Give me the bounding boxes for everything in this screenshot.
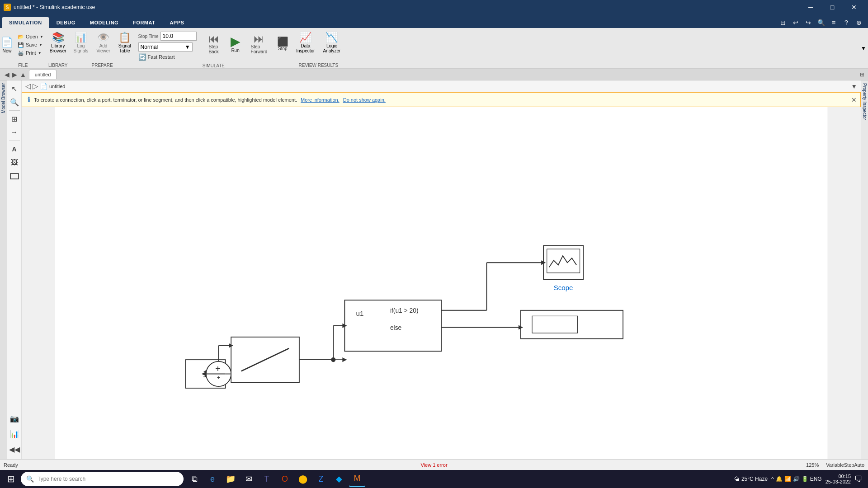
task-view-button[interactable]: ⧉	[186, 471, 203, 487]
mail-icon[interactable]: ✉	[241, 471, 257, 487]
logic-analyzer-label: LogicAnalyzer	[323, 43, 340, 53]
tab-debug[interactable]: DEBUG	[49, 17, 83, 28]
review-section-label: REVIEW RESULTS	[292, 61, 344, 69]
diagram-svg: 1 + + u1 if(u1 > 2	[22, 107, 861, 459]
search-input[interactable]	[38, 476, 178, 482]
tab-nav-forward[interactable]: ▶	[11, 71, 18, 78]
ribbon-icon-7[interactable]: ⊕	[854, 17, 864, 28]
maximize-button[interactable]: □	[822, 0, 843, 14]
canvas-expand-icon[interactable]: ⊞	[860, 71, 864, 78]
app-icon: S	[4, 4, 11, 11]
add-viewer-button[interactable]: 👁️ AddViewer	[93, 30, 113, 55]
bottom-tool-2[interactable]: 📊	[8, 427, 21, 440]
logic-analyzer-button[interactable]: 📉 LogicAnalyzer	[319, 30, 344, 55]
svg-text:+: +	[217, 375, 220, 381]
simulation-mode-select[interactable]: Normal▼	[138, 42, 193, 52]
signal-table-button[interactable]: 📋 SignalTable	[115, 30, 135, 55]
select-tool[interactable]: ↖	[8, 82, 21, 95]
tab-nav-up[interactable]: ▲	[19, 71, 27, 78]
start-button[interactable]: ⊞	[2, 470, 20, 488]
chrome-icon[interactable]: ⬤	[295, 471, 311, 487]
bottom-tool-1[interactable]: 📷	[8, 412, 21, 425]
status-error[interactable]: View 1 error	[291, 462, 578, 468]
model-browser-panel: Model Browser	[0, 80, 7, 459]
minimize-button[interactable]: ─	[800, 0, 821, 14]
tab-nav-back[interactable]: ◀	[4, 71, 10, 78]
stop-time-label: Stop Time	[138, 34, 159, 39]
info-link-more[interactable]: More information.	[301, 97, 340, 103]
tab-modeling[interactable]: MODELING	[83, 17, 126, 28]
print-button[interactable]: 🖨️Print▼	[15, 49, 46, 57]
zoom-in-tool[interactable]: 🔍	[8, 96, 21, 108]
rect-tool[interactable]	[10, 173, 19, 179]
matlab-icon[interactable]: M	[349, 471, 365, 487]
tab-simulation[interactable]: SIMULATION	[2, 17, 49, 28]
ribbon-toolbar: 📄 New 📂Open▼ 💾Save▼ 🖨️Print▼ FILE 📚	[0, 28, 868, 69]
image-tool[interactable]: 🖼	[8, 156, 21, 169]
log-signals-button[interactable]: 📊 LogSignals	[70, 30, 92, 55]
stop-time-input[interactable]	[160, 32, 197, 41]
model-browser-tab[interactable]: Model Browser	[0, 80, 6, 116]
property-inspector-tab[interactable]: Property Inspector	[862, 80, 868, 123]
svg-text:else: else	[390, 324, 402, 331]
ribbon-icon-3[interactable]: ↪	[803, 17, 814, 28]
text-tool[interactable]: A	[8, 143, 21, 155]
office-icon[interactable]: O	[277, 471, 293, 487]
run-button[interactable]: ▶ Run	[226, 33, 245, 55]
save-button[interactable]: 💾Save▼	[15, 41, 46, 49]
close-button[interactable]: ✕	[844, 0, 864, 14]
simulate-buttons: ⏮ StepBack ▶ Run ⏭ StepForward ⬛ Stop	[204, 30, 293, 56]
svg-text:+: +	[215, 364, 221, 374]
ribbon-right-controls: ⊟ ↩ ↪ 🔍 ≡ ? ⊕	[778, 17, 868, 28]
ribbon-library-section: 📚 LibraryBrowser LIBRARY	[46, 28, 70, 69]
breadcrumb-back[interactable]: ◁	[25, 82, 31, 90]
breadcrumb-icon: 📄	[40, 83, 47, 90]
mode-row: Normal▼	[138, 42, 197, 52]
ribbon-review-section: 📈 DataInspector 📉 LogicAnalyzer REVIEW R…	[292, 28, 344, 69]
notification-button[interactable]: 🗨	[854, 474, 863, 484]
add-viewer-label: AddViewer	[96, 43, 110, 53]
doc-area: Model Browser ↖ 🔍 ⊞ → A 🖼 📷 📊 ◀◀ ◁ ▷ 📄 u…	[0, 80, 868, 459]
breadcrumb-expand[interactable]: ▼	[851, 83, 857, 90]
info-link-dismiss[interactable]: Do not show again.	[343, 97, 386, 103]
edge-icon[interactable]: e	[204, 471, 221, 487]
ribbon-icon-6[interactable]: ?	[841, 17, 852, 28]
collapse-tool[interactable]: ◀◀	[8, 443, 21, 455]
info-close-button[interactable]: ✕	[851, 96, 857, 103]
canvas[interactable]: 1 + + u1 if(u1 > 2	[22, 107, 861, 459]
data-inspector-button[interactable]: 📈 DataInspector	[292, 30, 318, 55]
ribbon-icon-2[interactable]: ↩	[790, 17, 801, 28]
teams-icon[interactable]: T	[259, 471, 275, 487]
doc-tab-untitled[interactable]: untitled	[29, 70, 57, 79]
zoom-app-icon[interactable]: Z	[313, 471, 329, 487]
window-controls: ─ □ ✕	[800, 0, 864, 14]
tab-apps[interactable]: APPS	[162, 17, 191, 28]
ribbon-icon-4[interactable]: 🔍	[816, 17, 826, 28]
stop-time-group: Stop Time Normal▼ 🔄 Fast Restart	[135, 30, 200, 62]
breadcrumb-forward[interactable]: ▷	[33, 82, 38, 90]
library-browser-button[interactable]: 📚 LibraryBrowser	[46, 30, 70, 55]
canvas-wrapper: ◁ ▷ 📄 untitled ▼ ℹ To create a connectio…	[22, 80, 861, 459]
svg-text:if(u1 > 20): if(u1 > 20)	[390, 307, 419, 314]
ribbon-icon-5[interactable]: ≡	[828, 17, 839, 28]
weather-icon: 🌤	[734, 476, 740, 482]
ribbon-expand[interactable]: ▼	[859, 28, 868, 68]
step-back-button[interactable]: ⏮ StepBack	[204, 32, 224, 56]
new-button[interactable]: 📄 New	[0, 35, 14, 55]
ribbon-icon-1[interactable]: ⊟	[778, 17, 788, 28]
step-forward-label: StepForward	[251, 44, 268, 54]
app-icon-2[interactable]: ◆	[331, 471, 347, 487]
open-button[interactable]: 📂Open▼	[15, 33, 46, 41]
status-right: 125% VariableStepAuto	[577, 462, 864, 468]
step-forward-button[interactable]: ⏭ StepForward	[247, 32, 271, 56]
fit-tool[interactable]: ⊞	[8, 113, 21, 125]
title-bar: S untitled * - Simulink academic use ─ □…	[0, 0, 868, 14]
arrow-tool[interactable]: →	[8, 126, 21, 139]
files-icon[interactable]: 📁	[222, 471, 239, 487]
info-banner: ℹ To create a connection, click a port, …	[22, 92, 861, 107]
tab-format[interactable]: FORMAT	[126, 17, 162, 28]
svg-text:u1: u1	[356, 310, 364, 317]
prepare-buttons: 📊 LogSignals 👁️ AddViewer 📋 SignalTable	[70, 28, 135, 61]
stop-button[interactable]: ⬛ Stop	[273, 35, 292, 53]
library-buttons: 📚 LibraryBrowser	[46, 28, 70, 61]
